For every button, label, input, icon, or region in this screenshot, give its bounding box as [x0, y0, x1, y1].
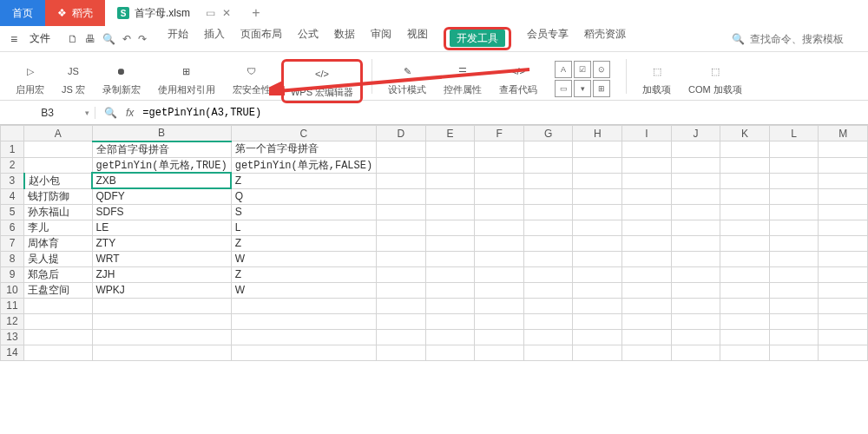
tab-home[interactable]: 首页	[0, 0, 45, 26]
select-all-corner[interactable]	[1, 126, 24, 141]
cell[interactable]	[819, 220, 868, 235]
cell[interactable]	[231, 298, 376, 313]
cell[interactable]	[475, 313, 524, 329]
cell[interactable]	[720, 220, 770, 235]
cell[interactable]	[720, 188, 770, 204]
cell[interactable]	[523, 204, 573, 220]
cell[interactable]	[769, 251, 819, 266]
cell[interactable]	[573, 235, 622, 251]
cell[interactable]	[622, 173, 672, 188]
cell[interactable]	[425, 251, 475, 266]
command-search[interactable]: 🔍	[725, 33, 861, 45]
menu-view[interactable]: 视图	[407, 27, 428, 50]
command-search-input[interactable]	[750, 33, 854, 45]
cell[interactable]	[819, 329, 868, 345]
cell[interactable]	[573, 313, 622, 329]
cell[interactable]	[231, 313, 376, 329]
col-header-I[interactable]: I	[622, 126, 672, 141]
cell[interactable]	[720, 235, 770, 251]
cell[interactable]	[671, 282, 720, 298]
cell[interactable]	[377, 173, 426, 188]
col-header-B[interactable]: B	[92, 126, 231, 141]
cell[interactable]	[523, 220, 573, 235]
hamburger-icon[interactable]: ≡	[7, 32, 21, 46]
cell[interactable]	[720, 282, 770, 298]
cell[interactable]	[671, 298, 720, 313]
cell[interactable]	[671, 204, 720, 220]
col-header-H[interactable]: H	[573, 126, 622, 141]
cell[interactable]: W	[231, 282, 376, 298]
col-header-K[interactable]: K	[720, 126, 770, 141]
row-header[interactable]: 7	[1, 235, 24, 251]
col-header-D[interactable]: D	[377, 126, 426, 141]
cell[interactable]	[523, 188, 573, 204]
cell[interactable]: 全部首字母拼音	[92, 141, 231, 158]
cell[interactable]	[671, 188, 720, 204]
cell[interactable]	[425, 204, 475, 220]
cell[interactable]	[377, 204, 426, 220]
name-box[interactable]: B3	[0, 107, 95, 119]
col-header-E[interactable]: E	[425, 126, 475, 141]
cell[interactable]: 孙东福山	[24, 204, 92, 220]
cell[interactable]	[92, 298, 231, 313]
cell[interactable]	[819, 266, 868, 282]
preview-icon[interactable]: 🔍	[102, 33, 115, 45]
cell[interactable]	[475, 141, 524, 158]
addins-button[interactable]: ⬚ 加载项	[635, 59, 678, 98]
cell[interactable]	[573, 329, 622, 345]
cell[interactable]	[475, 345, 524, 360]
row-header[interactable]: 13	[1, 329, 24, 345]
cell[interactable]	[92, 313, 231, 329]
cell[interactable]	[573, 220, 622, 235]
cell[interactable]	[622, 188, 672, 204]
row-header[interactable]: 12	[1, 313, 24, 329]
menu-review[interactable]: 审阅	[371, 27, 391, 50]
cell[interactable]	[523, 141, 573, 158]
cell[interactable]	[671, 220, 720, 235]
cell[interactable]	[819, 188, 868, 204]
cell[interactable]	[475, 266, 524, 282]
cell[interactable]: 第一个首字母拼音	[231, 141, 376, 158]
cell[interactable]	[720, 266, 770, 282]
cell[interactable]	[523, 173, 573, 188]
design-mode-button[interactable]: ✎ 设计模式	[381, 59, 433, 98]
cell[interactable]	[622, 298, 672, 313]
js-macro-button[interactable]: JS JS 宏	[55, 59, 92, 98]
cell[interactable]	[573, 188, 622, 204]
cell[interactable]	[475, 329, 524, 345]
cell[interactable]: getPinYin(单元格,FALSE)	[231, 157, 376, 173]
cell[interactable]	[425, 235, 475, 251]
tab-document[interactable]: S 首字母.xlsm ▭ ✕	[105, 0, 243, 26]
cell[interactable]: Z	[231, 173, 376, 188]
cell[interactable]	[425, 220, 475, 235]
cell[interactable]	[819, 251, 868, 266]
cell[interactable]	[231, 329, 376, 345]
cell[interactable]	[425, 329, 475, 345]
cell[interactable]: 吴人提	[24, 251, 92, 266]
tab-close-icon[interactable]: ✕	[222, 7, 231, 19]
cell[interactable]	[720, 313, 770, 329]
cell[interactable]: L	[231, 220, 376, 235]
cell[interactable]	[523, 157, 573, 173]
cell[interactable]	[24, 313, 92, 329]
cell[interactable]: ZXB	[92, 173, 231, 188]
cell[interactable]: S	[231, 204, 376, 220]
row-header[interactable]: 8	[1, 251, 24, 266]
cell[interactable]	[769, 282, 819, 298]
relative-ref-button[interactable]: ⊞ 使用相对引用	[151, 59, 222, 98]
cell[interactable]	[573, 266, 622, 282]
enable-macro-button[interactable]: ▷ 启用宏	[9, 59, 51, 98]
cell[interactable]	[622, 313, 672, 329]
cell[interactable]	[622, 235, 672, 251]
cell[interactable]	[24, 157, 92, 173]
cell[interactable]	[377, 329, 426, 345]
cell[interactable]	[769, 235, 819, 251]
cell[interactable]	[475, 204, 524, 220]
new-tab-button[interactable]: +	[243, 5, 269, 21]
col-header-J[interactable]: J	[671, 126, 720, 141]
row-header[interactable]: 10	[1, 282, 24, 298]
menu-formula[interactable]: 公式	[298, 27, 319, 50]
view-code-button[interactable]: </> 查看代码	[492, 59, 544, 98]
menu-page-layout[interactable]: 页面布局	[240, 27, 282, 50]
cell[interactable]	[377, 188, 426, 204]
